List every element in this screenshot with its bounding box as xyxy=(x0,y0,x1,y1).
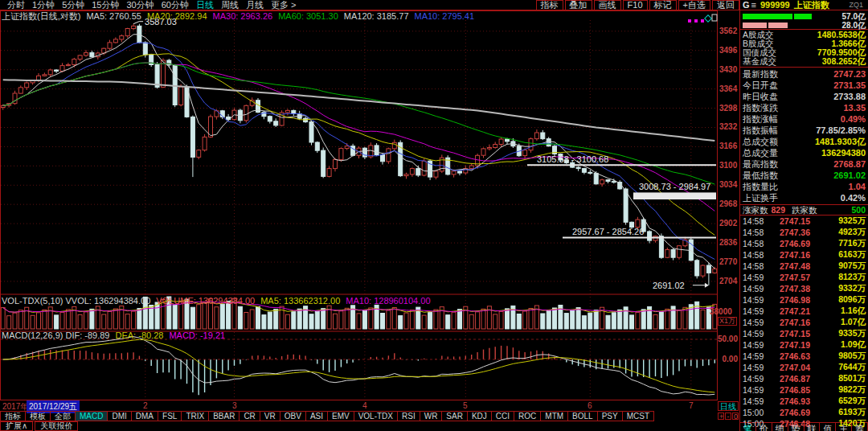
indicator-tab-BBAR[interactable]: BBAR xyxy=(209,411,240,421)
indicator-tab-VOL-TDX[interactable]: VOL-TDX xyxy=(354,411,398,421)
indicator-tab-模板[interactable]: 模板 xyxy=(26,411,51,421)
tick-price: 2746.98 xyxy=(770,295,820,305)
indicator-tab-EMV[interactable]: EMV xyxy=(328,411,354,421)
volume-bar-segment xyxy=(794,14,812,19)
turnover-value: 308.2652亿 xyxy=(822,57,866,66)
panel-tab-价[interactable]: 价 xyxy=(755,423,772,431)
timeframe-tab[interactable]: 1分钟 xyxy=(32,0,55,10)
tick-volume: 9325万 xyxy=(838,216,866,227)
panel-tab-笔[interactable]: 笔 xyxy=(739,423,756,431)
indicator-tab-ROC[interactable]: ROC xyxy=(514,411,541,421)
indicator-tab-MACD[interactable]: MACD xyxy=(76,411,108,421)
ma-value-label: MA30: 2963.26 xyxy=(213,11,273,21)
bottom-button[interactable]: 扩展∧ xyxy=(0,421,33,431)
indicator-tab-WR[interactable]: WR xyxy=(420,411,443,421)
macd-axis-0: 0.00 xyxy=(723,355,738,363)
toolbar-button-F10[interactable]: F10 xyxy=(623,0,648,10)
timeframe-tab[interactable]: 30分钟 xyxy=(127,0,154,10)
tick-price: 2746.63 xyxy=(770,351,820,361)
indicator-tab-MTM[interactable]: MTM xyxy=(541,411,568,421)
symbol-bar[interactable]: G ≡ 999999 上证指数 ZQ1 xyxy=(739,0,868,10)
quote-value: 2691.02 xyxy=(833,170,866,181)
tick-price: 2746.85 xyxy=(770,385,820,395)
toolbar-button-画线[interactable]: 画线 xyxy=(594,0,621,10)
indicator-tab-CR[interactable]: CR xyxy=(240,411,260,421)
quote-row: 最低指数2691.02 xyxy=(740,170,868,181)
tick-volume: 9075万 xyxy=(838,261,866,272)
volume-value-label: MA5: 133662312.00 xyxy=(260,296,340,306)
timeframe-tab[interactable]: 5分钟 xyxy=(62,0,84,10)
quote-label: 昨日收盘 xyxy=(743,91,778,102)
bottom-button[interactable]: 关联报价 xyxy=(35,421,78,431)
quote-row: 总成交量136294380 xyxy=(740,147,868,158)
timeframe-tab[interactable]: 日线 xyxy=(196,0,214,10)
toolbar-button-叠加[interactable]: 叠加 xyxy=(565,0,592,10)
decliners-count: 500 xyxy=(851,205,866,215)
indicator-tab-KDJ[interactable]: KDJ xyxy=(468,411,492,421)
price-axis-label: 3100 xyxy=(719,162,737,170)
tick-time: 14:58 xyxy=(743,216,770,226)
indicator-tab-row: 指标模板全部MACDDMIDMAFSLTRIXBBARCRVROBVASIEMV… xyxy=(0,411,739,421)
indicator-tab-ASI[interactable]: ASI xyxy=(306,411,328,421)
volume-axis-unit: X1万 xyxy=(718,317,737,326)
tick-row: 14:592747.191.09亿 xyxy=(740,339,868,351)
candlestick-chart[interactable]: 3105.58 - 3100.683008.73 - 2984.972957.6… xyxy=(0,10,718,400)
indicator-tab-SAR[interactable]: SAR xyxy=(442,411,468,421)
indicator-tab-MCST[interactable]: MCST xyxy=(623,411,654,421)
quote-label: 指数量比 xyxy=(743,181,778,192)
timeframe-toolbar: 分时1分钟5分钟15分钟30分钟60分钟日线周线月线更多 > 指标叠加画线F10… xyxy=(0,0,739,10)
indicator-tab-CCI[interactable]: CCI xyxy=(492,411,514,421)
tick-price: 2747.48 xyxy=(770,261,820,271)
tick-volume: 9805万 xyxy=(838,351,866,362)
toolbar-button-返回[interactable]: 返回 xyxy=(712,0,739,10)
indicator-tab-PSY[interactable]: PSY xyxy=(598,411,623,421)
indicator-tab-DMI[interactable]: DMI xyxy=(108,411,131,421)
indicator-tab-TRIX[interactable]: TRIX xyxy=(182,411,209,421)
timeframe-tab[interactable]: 60分钟 xyxy=(162,0,189,10)
indicator-tab-全部[interactable]: 全部 xyxy=(51,411,76,421)
timeframe-tab[interactable]: 周线 xyxy=(221,0,239,10)
toolbar-button-标记[interactable]: 标记 xyxy=(649,0,677,10)
timeframe-tab[interactable]: 月线 xyxy=(246,0,264,10)
volume-bar-segment xyxy=(768,23,788,28)
turnover-row: 基金成交308.2652亿 xyxy=(740,57,868,66)
month-axis-label: 7 xyxy=(689,401,694,410)
indicator-tab-指标[interactable]: 指标 xyxy=(0,411,26,421)
panel-tab-筹[interactable]: 筹 xyxy=(851,423,868,431)
tick-time: 14:59 xyxy=(743,318,770,327)
ma-label-row: 上证指数(日线,对数)MA5: 2760.55MA20: 2892.94MA30… xyxy=(2,11,716,21)
timeframe-tab[interactable]: 15分钟 xyxy=(92,0,119,10)
indicator-tab-FSL[interactable]: FSL xyxy=(158,411,182,421)
tick-volume: 4923万 xyxy=(838,227,866,238)
quote-value: 1481.9303亿 xyxy=(815,136,866,147)
indicator-tab-DMA[interactable]: DMA xyxy=(132,411,158,421)
toolbar-button-指标[interactable]: 指标 xyxy=(536,0,563,10)
indicator-tab-BOLL[interactable]: BOLL xyxy=(568,411,598,421)
tick-list[interactable]: 14:582747.159325万14:582747.364923万14:582… xyxy=(740,216,868,422)
tick-volume: 1.07亿 xyxy=(841,317,866,328)
tick-price: 2747.38 xyxy=(770,284,820,293)
indicator-tab-RSI[interactable]: RSI xyxy=(398,411,420,421)
panel-tab-主[interactable]: 主 xyxy=(835,423,852,431)
quote-row: 总成交额1481.9303亿 xyxy=(740,136,868,147)
panel-tab-值[interactable]: 值 xyxy=(819,423,836,431)
tick-time: 15:00 xyxy=(743,408,770,417)
panel-tab-细[interactable]: 细 xyxy=(772,423,788,431)
indicator-tab-VR[interactable]: VR xyxy=(260,411,280,421)
panel-tab-势[interactable]: 势 xyxy=(788,423,805,431)
tick-volume: 8096万 xyxy=(838,294,866,306)
tick-row: 14:592747.578123万 xyxy=(740,272,868,283)
timeframe-tab[interactable]: 更多 > xyxy=(271,0,296,10)
tick-row: 14:582746.697716万 xyxy=(740,238,868,249)
toolbar-button-+自选[interactable]: +自选 xyxy=(678,0,710,10)
volume-bar-row: 28.0亿 xyxy=(743,21,866,30)
indicator-tab-OBV[interactable]: OBV xyxy=(280,411,306,421)
period-selector[interactable]: 日线 xyxy=(718,401,739,411)
price-axis-label: 3034 xyxy=(719,181,737,189)
quote-row: 指数涨幅0.49% xyxy=(740,113,868,125)
menu-icon[interactable]: ≡ xyxy=(751,0,756,10)
quote-value: 2731.35 xyxy=(833,80,866,91)
timeframe-tab[interactable]: 分时 xyxy=(7,0,25,10)
panel-tab-联[interactable]: 联 xyxy=(804,423,821,431)
tick-volume: 6193万 xyxy=(838,407,866,418)
